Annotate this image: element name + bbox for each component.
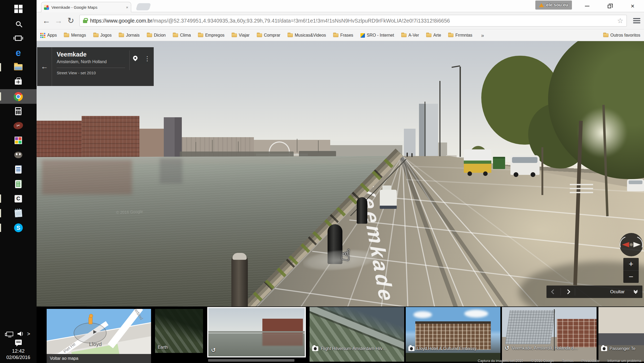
folder-icon [333, 33, 338, 37]
bookmark-item[interactable]: Empregos [198, 33, 224, 38]
taskbar-item-chrome[interactable] [0, 89, 37, 104]
windows-taskbar: e ✂ C S > 12:42 02/06/2016 [0, 0, 37, 363]
forward-button[interactable]: → [52, 17, 65, 25]
brick-building [82, 116, 139, 161]
privacy-link[interactable]: Privacidade [581, 359, 599, 363]
address-bar[interactable]: https://www.google.com.br/maps/@52.37499… [80, 15, 627, 27]
camera-icon [312, 346, 318, 351]
file-explorer-icon [14, 64, 23, 70]
carousel-next-icon[interactable] [565, 289, 570, 294]
map-thumbnail[interactable]: Lloyd Piet He Verbind Voltar ao mapa [47, 309, 151, 363]
filmstrip-scrollbar[interactable] [208, 359, 294, 362]
back-button[interactable]: ← [40, 17, 52, 25]
url-text[interactable]: https://www.google.com.br/maps/@52.37499… [90, 18, 612, 24]
bookmark-item[interactable]: Frrmntas [448, 33, 472, 38]
collapse-down-icon[interactable] [634, 291, 637, 293]
compass-control[interactable] [620, 233, 643, 256]
folder-icon [257, 33, 262, 37]
bookmark-item[interactable]: Jogos [93, 33, 112, 38]
carousel-prev-icon[interactable] [551, 289, 556, 294]
back-arrow-button[interactable]: ← [37, 47, 52, 86]
bookmarks-overflow-chevron[interactable]: » [481, 32, 484, 38]
taskbar-item-edge[interactable]: e [0, 45, 37, 60]
system-tray: > 12:42 02/06/2016 [0, 331, 37, 360]
capture-date: Captura da imagem: set 2010 [478, 359, 523, 363]
bookmark-item[interactable]: Frases [333, 33, 353, 38]
pegman-pin[interactable] [89, 316, 92, 324]
bookmark-item[interactable]: Musicas&Videos [288, 33, 326, 38]
tab-veemkade[interactable]: Veemkade - Google Maps × [41, 2, 131, 12]
taskbar-item-gimp[interactable] [0, 148, 37, 162]
taskbar-item-file-explorer[interactable] [0, 60, 37, 75]
other-bookmarks-button[interactable]: Outros favoritos [603, 33, 640, 38]
back-to-map-button[interactable]: Voltar ao mapa [47, 354, 151, 363]
taskbar-item-calc[interactable] [0, 177, 37, 191]
terms-link[interactable]: Termos [562, 359, 574, 363]
folder-icon [147, 33, 152, 37]
dumpster [493, 157, 505, 169]
photo-thumbnail-flight[interactable]: Flight Hilversum-Amsterdam-Hilv… [310, 307, 404, 362]
tab-title: Veemkade - Google Maps [51, 5, 123, 10]
running-indicator [0, 195, 1, 203]
bookmark-item[interactable]: A-Ver [401, 33, 419, 38]
current-street-view-thumbnail[interactable]: ↺ [207, 307, 306, 357]
warning-icon [539, 3, 544, 7]
bookmark-item[interactable]: Arte [426, 33, 441, 38]
photo-thumbnail-lloyd-hotel[interactable]: Lloyd Hotel & Cultural Embassy [406, 307, 500, 362]
volume-button[interactable] [17, 331, 23, 336]
taskbar-item-c-app[interactable]: C [0, 191, 37, 206]
taskbar-item-notepad[interactable] [0, 206, 37, 221]
thumbnail-filmstrip: Lloyd Piet He Verbind Voltar ao mapa Ear… [37, 306, 644, 363]
bookmark-item[interactable]: Viajar [232, 33, 250, 38]
map-pin-icon[interactable] [132, 55, 138, 61]
bookmark-item-apps[interactable]: Apps [40, 33, 57, 38]
wheel [531, 172, 535, 177]
photo-thumbnail-passenger-terminal[interactable]: Passenger Te [598, 307, 644, 362]
network-icon[interactable] [6, 332, 13, 336]
wooden-mooring-post [231, 253, 248, 306]
new-tab-button[interactable] [136, 3, 151, 10]
secure-lock-icon[interactable] [83, 20, 87, 23]
taskbar-item-search[interactable] [0, 16, 37, 31]
start-button[interactable] [0, 2, 37, 16]
taskbar-item-photos[interactable] [0, 133, 37, 148]
bookmark-item[interactable]: Jornais [119, 33, 140, 38]
report-problem-link[interactable]: Informar um problema [607, 359, 641, 363]
bookmark-item[interactable]: Dicion [147, 33, 166, 38]
tab-close-icon[interactable]: × [126, 5, 128, 10]
action-center-icon[interactable] [15, 340, 22, 345]
photo-thumbnail-veemkade[interactable]: ↺Veemkade, Amsterdã, Holanda d… [502, 307, 597, 362]
zoom-out-button[interactable]: − [623, 270, 639, 283]
reload-button[interactable]: ↻ [65, 17, 77, 25]
search-icon [16, 21, 21, 26]
bookmark-item[interactable]: Mensgs [64, 33, 86, 38]
taskbar-clock[interactable]: 12:42 02/06/2016 [6, 348, 30, 360]
tray-expand-chevron[interactable]: > [27, 331, 30, 336]
taskbar-item-snipping-tool[interactable]: ✂ [0, 118, 37, 133]
bookmark-item[interactable]: Clima [173, 33, 191, 38]
folder-icon [401, 33, 407, 37]
earth-thumbnail[interactable]: Earth [155, 309, 203, 353]
bookmark-label: Dicion [154, 33, 166, 38]
taskbar-item-calculator[interactable] [0, 104, 37, 118]
moored-boats [299, 151, 336, 157]
more-options-icon[interactable]: ⋮ [144, 56, 151, 62]
bookmark-item[interactable]: Comprar [257, 33, 280, 38]
taskbar-item-task-view[interactable] [0, 31, 37, 45]
taskbar-item-store[interactable] [0, 75, 37, 89]
browser-menu-icon[interactable] [633, 18, 640, 23]
panel-text: Veemkade Amsterdam, North Holland Street… [52, 47, 129, 86]
c-app-icon: C [15, 195, 22, 202]
scissors-icon: ✂ [13, 121, 24, 130]
bookmark-star-icon[interactable]: ☆ [617, 17, 623, 25]
close-button[interactable]: × [621, 0, 644, 12]
folder-icon [93, 33, 99, 37]
barrier-fence [570, 184, 593, 196]
zoom-in-button[interactable]: + [623, 258, 639, 270]
minimize-button[interactable] [576, 0, 598, 12]
taskbar-item-writer[interactable] [0, 162, 37, 177]
hide-carousel-button[interactable]: Ocultar [610, 289, 625, 295]
bookmark-item-sro[interactable]: SRO - Internet [360, 33, 394, 38]
taskbar-item-skype[interactable]: S [0, 221, 37, 235]
restore-button[interactable] [598, 0, 621, 12]
